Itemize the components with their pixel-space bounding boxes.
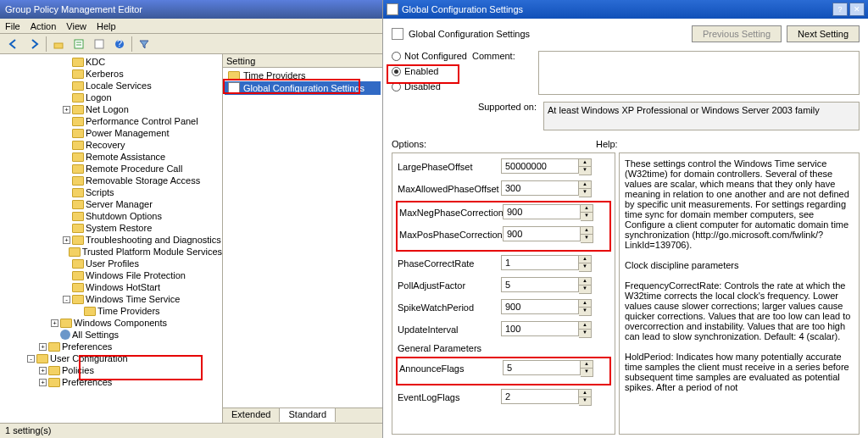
option-input[interactable] <box>501 321 579 336</box>
tree-node[interactable]: Remote Procedure Call <box>2 163 222 175</box>
tree-node[interactable]: Recovery <box>2 139 222 151</box>
tree-node[interactable]: +Troubleshooting and Diagnostics <box>2 234 222 246</box>
spin-down-icon[interactable]: ▼ <box>581 369 593 376</box>
option-input[interactable] <box>503 226 581 241</box>
spin-down-icon[interactable]: ▼ <box>581 235 593 242</box>
spin-down-icon[interactable]: ▼ <box>579 189 591 197</box>
tree-node[interactable]: Scripts <box>2 186 222 198</box>
spin-down-icon[interactable]: ▼ <box>579 167 591 175</box>
tree-node[interactable]: Windows File Protection <box>2 269 222 281</box>
spin-up-icon[interactable]: ▲ <box>579 278 591 286</box>
forward-button[interactable] <box>25 36 42 53</box>
spin-down-icon[interactable]: ▼ <box>579 286 591 293</box>
tree-node[interactable]: Remote Assistance <box>2 151 222 163</box>
radio-not-configured[interactable]: Not Configured <box>392 51 472 61</box>
setting-item-time-providers[interactable]: Time Providers <box>225 69 381 81</box>
list-button[interactable] <box>70 36 87 53</box>
spin-down-icon[interactable]: ▼ <box>579 397 591 405</box>
radio-label: Enabled <box>404 66 438 76</box>
spin-down-icon[interactable]: ▼ <box>581 213 593 220</box>
help-sysbutton[interactable]: ? <box>832 3 848 16</box>
option-input[interactable] <box>501 389 579 404</box>
spin-up-icon[interactable]: ▲ <box>579 300 591 308</box>
tree-node[interactable]: KDC <box>2 56 222 68</box>
spin-up-icon[interactable]: ▲ <box>579 390 591 397</box>
tree-node[interactable]: +Preferences <box>2 341 222 352</box>
state-radio-group: Not Configured Enabled Disabled <box>392 51 472 130</box>
tab-standard[interactable]: Standard <box>280 408 336 422</box>
option-input[interactable] <box>501 277 579 292</box>
option-input[interactable] <box>503 204 581 219</box>
tree-node[interactable]: +Net Logon <box>2 103 222 115</box>
spin-up-icon[interactable]: ▲ <box>581 227 593 235</box>
options-pane[interactable]: LargePhaseOffset▲▼MaxAllowedPhaseOffset▲… <box>392 152 615 435</box>
help-pane[interactable]: These settings control the Windows Time … <box>619 152 860 435</box>
gpme-window: Group Policy Management Editor File Acti… <box>0 0 383 438</box>
tree-node[interactable]: System Restore <box>2 222 222 234</box>
option-input[interactable] <box>501 158 579 174</box>
tree-node[interactable]: Shutdown Options <box>2 210 222 222</box>
tree-node[interactable]: -Windows Time Service <box>2 293 222 305</box>
tree-node[interactable]: Kerberos <box>2 68 222 80</box>
spin-down-icon[interactable]: ▼ <box>579 263 591 271</box>
properties-button[interactable] <box>91 36 108 53</box>
collapse-icon[interactable]: - <box>63 296 70 303</box>
tree-node[interactable]: Server Manager <box>2 198 222 210</box>
help-button[interactable]: ? <box>111 36 128 53</box>
filter-button[interactable] <box>136 36 153 53</box>
radio-enabled[interactable]: Enabled <box>392 66 472 76</box>
spin-up-icon[interactable]: ▲ <box>579 181 591 189</box>
tab-extended[interactable]: Extended <box>223 408 280 422</box>
tree-node[interactable]: All Settings <box>2 329 222 341</box>
tree-node[interactable]: Performance Control Panel <box>2 115 222 127</box>
tree-node[interactable]: -User Configuration <box>2 352 222 364</box>
menu-action[interactable]: Action <box>31 19 57 33</box>
tree-node[interactable]: Windows HotStart <box>2 281 222 293</box>
menu-help[interactable]: Help <box>97 19 116 33</box>
tree-pane[interactable]: KDCKerberosLocale ServicesLogon+Net Logo… <box>0 54 223 423</box>
folder-icon <box>228 71 240 80</box>
expand-icon[interactable]: + <box>63 106 70 114</box>
expand-icon[interactable]: + <box>51 319 58 327</box>
spin-up-icon[interactable]: ▲ <box>581 205 593 213</box>
next-setting-button[interactable]: Next Setting <box>787 25 860 42</box>
tree-node[interactable]: +Preferences <box>2 376 222 388</box>
user-icon <box>36 354 48 363</box>
tree-node[interactable]: +Windows Components <box>2 317 222 329</box>
setting-column-header[interactable]: Setting <box>223 54 382 68</box>
tree-node[interactable]: Locale Services <box>2 80 222 91</box>
spin-up-icon[interactable]: ▲ <box>579 322 591 330</box>
menu-file[interactable]: File <box>5 19 20 33</box>
expand-icon[interactable]: + <box>39 367 47 374</box>
tree-node[interactable]: Time Providers <box>2 305 222 317</box>
comment-textarea[interactable] <box>538 51 860 95</box>
collapse-icon[interactable]: - <box>27 355 35 363</box>
spin-down-icon[interactable]: ▼ <box>579 308 591 315</box>
expand-icon[interactable]: + <box>39 343 47 351</box>
option-input[interactable] <box>501 255 579 270</box>
tree-node[interactable]: Removable Storage Access <box>2 175 222 186</box>
spin-up-icon[interactable]: ▲ <box>579 159 591 167</box>
tree-node[interactable]: Power Management <box>2 127 222 139</box>
option-input[interactable] <box>501 299 579 314</box>
expand-icon[interactable]: + <box>63 236 70 244</box>
option-input[interactable] <box>501 180 579 196</box>
expand-icon[interactable]: + <box>39 379 47 386</box>
close-sysbutton[interactable]: ✕ <box>849 3 865 16</box>
setting-item-global-config[interactable]: Global Configuration Settings <box>225 81 381 95</box>
supported-label: Supported on: <box>472 102 537 112</box>
spin-down-icon[interactable]: ▼ <box>579 330 591 337</box>
tree-node-label: Recovery <box>86 140 125 150</box>
tree-node[interactable]: User Profiles <box>2 258 222 269</box>
tree-node-label: Locale Services <box>86 80 152 91</box>
back-button[interactable] <box>5 36 22 53</box>
spin-up-icon[interactable]: ▲ <box>579 256 591 263</box>
tree-node[interactable]: Logon <box>2 91 222 103</box>
menu-view[interactable]: View <box>66 19 86 33</box>
option-input[interactable] <box>503 360 581 375</box>
spin-up-icon[interactable]: ▲ <box>581 361 593 369</box>
tree-node[interactable]: +Policies <box>2 364 222 376</box>
previous-setting-button[interactable]: Previous Setting <box>692 25 782 42</box>
tree-node[interactable]: Trusted Platform Module Services <box>2 246 222 258</box>
up-button[interactable] <box>50 36 67 53</box>
